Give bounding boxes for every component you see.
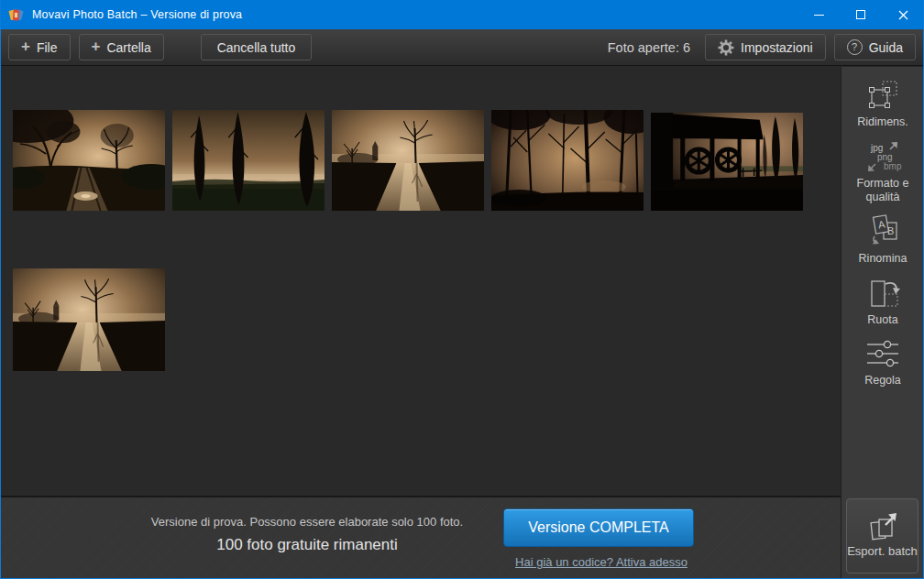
maximize-icon	[856, 10, 865, 19]
full-version-button[interactable]: Versione COMPLETA	[503, 508, 694, 547]
export-batch-icon	[866, 512, 899, 541]
export-batch-label: Esport. batch	[847, 544, 918, 559]
rename-icon: B A	[865, 214, 900, 249]
format-quality-icon: jpg png bmp	[863, 139, 903, 174]
photo-thumbnail-foggy-muddy-road-with-bare-trees[interactable]	[13, 110, 165, 211]
settings-label: Impostazioni	[741, 40, 813, 55]
maximize-button[interactable]	[840, 0, 882, 29]
tools-sidebar: Ridimens. jpg png bmp Formato e qualità	[841, 67, 924, 579]
export-batch-button[interactable]: Esport. batch	[846, 498, 918, 574]
svg-text:bmp: bmp	[884, 161, 902, 171]
trial-footer: Versione di prova. Possono essere elabor…	[0, 496, 841, 579]
plus-icon: +	[21, 38, 30, 54]
close-button[interactable]	[882, 0, 924, 29]
toolbar: + File + Cartella Cancella tutto Foto ap…	[0, 29, 924, 66]
trial-info-block: Versione di prova. Possono essere elabor…	[113, 515, 501, 554]
add-file-button[interactable]: + File	[8, 34, 71, 60]
sidebar-item-rotate[interactable]: Ruota	[865, 276, 900, 328]
trial-info-text: Versione di prova. Possono essere elabor…	[113, 515, 501, 529]
titlebar: Movavi Photo Batch – Versione di prova	[0, 0, 924, 29]
window-controls	[798, 0, 924, 29]
window-title: Movavi Photo Batch – Versione di prova	[32, 8, 242, 21]
help-label: Guida	[869, 40, 903, 55]
rename-label: Rinomina	[859, 252, 908, 267]
resize-label: Ridimens.	[857, 115, 908, 130]
gear-icon	[718, 39, 734, 56]
minimize-button[interactable]	[798, 0, 840, 29]
sidebar-item-rename[interactable]: B A Rinomina	[859, 214, 908, 267]
photo-thumbnail-poplar-silhouettes-in-fog[interactable]	[172, 110, 324, 211]
settings-button[interactable]: Impostazioni	[705, 34, 826, 60]
resize-icon	[865, 78, 900, 113]
rotate-icon	[865, 276, 900, 311]
clear-all-label: Cancella tutto	[217, 40, 296, 55]
plus-icon: +	[92, 38, 101, 54]
remaining-photos-text: 100 foto gratuite rimanenti	[113, 536, 501, 554]
photo-thumbnail-stream-reflection-with-tree-2[interactable]	[13, 268, 165, 371]
sidebar-item-adjust[interactable]: Regola	[864, 336, 901, 388]
activate-code-link[interactable]: Hai già un codice? Attiva adesso	[498, 555, 705, 569]
photo-thumbnail-stream-reflection-with-tree[interactable]	[332, 110, 484, 211]
question-icon: ?	[847, 39, 863, 55]
photo-thumbnail-dark-forest-branches[interactable]	[491, 110, 644, 211]
add-folder-button[interactable]: + Cartella	[79, 34, 164, 60]
sidebar-item-format-quality[interactable]: jpg png bmp Formato e qualità	[846, 139, 919, 205]
adjust-label: Regola	[864, 374, 901, 388]
sidebar-item-resize[interactable]: Ridimens.	[857, 78, 908, 130]
rotate-label: Ruota	[867, 313, 897, 328]
format-quality-label: Formato e qualità	[846, 177, 919, 205]
app-window: Movavi Photo Batch – Versione di prova +…	[0, 0, 924, 579]
photos-open-count: Foto aperte: 6	[608, 40, 690, 55]
help-button[interactable]: ? Guida	[834, 34, 916, 60]
close-icon	[898, 10, 908, 20]
photo-grid	[0, 67, 841, 496]
photo-thumbnail-dark-shed-with-wheels[interactable]	[651, 113, 803, 211]
app-logo-icon	[8, 7, 24, 23]
adjust-sliders-icon	[864, 336, 901, 371]
add-file-label: File	[37, 40, 58, 55]
add-folder-label: Cartella	[106, 40, 150, 55]
clear-all-button[interactable]: Cancella tutto	[201, 34, 313, 60]
minimize-icon	[814, 15, 824, 16]
